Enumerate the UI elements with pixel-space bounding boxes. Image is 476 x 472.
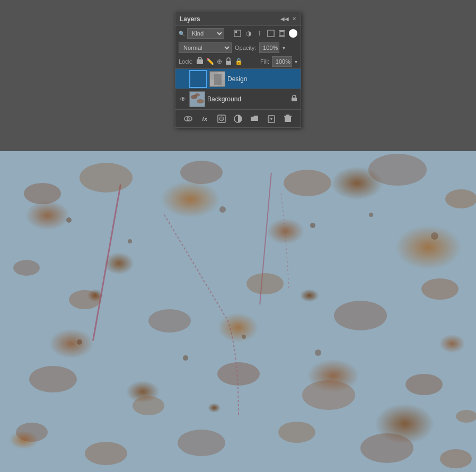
layers-list: Design 👁 Background xyxy=(175,69,301,109)
lock-transparency-icon[interactable] xyxy=(196,57,204,66)
adjustment-filter-icon[interactable]: ◑ xyxy=(244,29,253,38)
filter-toggle[interactable] xyxy=(289,29,297,38)
svg-rect-36 xyxy=(235,31,237,33)
opacity-label: Opacity: xyxy=(235,45,256,51)
add-mask-button[interactable] xyxy=(216,113,227,124)
filter-kind-dropdown[interactable]: Kind xyxy=(187,28,224,39)
svg-rect-34 xyxy=(0,151,476,472)
shape-filter-icon[interactable] xyxy=(267,29,275,38)
lock-position-icon[interactable] xyxy=(225,57,232,66)
svg-rect-50 xyxy=(292,98,297,101)
blend-mode-dropdown[interactable]: Normal xyxy=(179,42,232,53)
svg-rect-56 xyxy=(284,116,292,117)
svg-rect-57 xyxy=(286,115,289,116)
layers-panel: Layers ◀◀ ✕ 🔍 Kind ◑ T Norma xyxy=(175,12,301,128)
link-layers-button[interactable] xyxy=(183,113,193,124)
close-icon[interactable]: ✕ xyxy=(292,16,296,22)
svg-rect-37 xyxy=(268,30,274,37)
opacity-input[interactable]: 100% xyxy=(259,42,279,53)
canvas-area xyxy=(0,151,476,472)
lock-image-icon[interactable]: ✏️ xyxy=(206,58,214,65)
panel-title: Layers xyxy=(180,15,200,23)
svg-point-49 xyxy=(195,93,200,97)
layer-row-design[interactable]: Design xyxy=(175,69,301,89)
panel-header: Layers ◀◀ ✕ xyxy=(175,12,301,26)
background-layer-name: Background xyxy=(207,95,289,103)
pixel-filter-icon[interactable] xyxy=(233,29,242,38)
background-eye-icon[interactable]: 👁 xyxy=(179,95,187,103)
svg-point-48 xyxy=(197,99,204,103)
design-layer-thumb xyxy=(209,71,225,87)
filter-row: 🔍 Kind ◑ T xyxy=(175,26,301,41)
svg-point-52 xyxy=(219,117,224,121)
fill-input[interactable]: 100% xyxy=(272,56,292,67)
lock-label: Lock: xyxy=(179,58,192,65)
design-eye-placeholder xyxy=(179,75,187,83)
svg-rect-39 xyxy=(280,32,284,36)
blend-opacity-row: Normal Opacity: 100% ▾ xyxy=(175,41,301,55)
text-filter-icon[interactable]: T xyxy=(255,29,264,38)
fx-button[interactable]: fx xyxy=(199,113,210,124)
new-group-button[interactable] xyxy=(249,113,260,124)
design-selection-box xyxy=(189,70,207,88)
layer-row-background[interactable]: 👁 Background xyxy=(175,89,301,109)
lock-row: Lock: ✏️ ⊕ 🔒 Fill: 100% ▾ xyxy=(175,55,301,69)
background-lock-icon xyxy=(291,94,297,103)
new-layer-button[interactable] xyxy=(266,113,277,124)
panel-header-icons: ◀◀ ✕ xyxy=(280,16,296,22)
svg-rect-55 xyxy=(285,117,291,122)
smartobject-filter-icon[interactable] xyxy=(278,29,286,38)
panel-toolbar: fx xyxy=(175,109,301,127)
filter-icons: ◑ T xyxy=(233,29,297,38)
search-icon: 🔍 xyxy=(179,31,185,37)
svg-rect-41 xyxy=(226,61,231,65)
delete-layer-button[interactable] xyxy=(283,113,293,124)
svg-rect-45 xyxy=(214,74,222,85)
lock-all-icon[interactable]: 🔒 xyxy=(235,58,243,65)
background-layer-thumb xyxy=(189,91,205,107)
collapse-icon[interactable]: ◀◀ xyxy=(280,16,289,22)
rust-svg xyxy=(0,151,476,472)
fill-label: Fill: xyxy=(260,58,269,65)
svg-rect-40 xyxy=(197,59,203,64)
adjustment-layer-button[interactable] xyxy=(233,113,243,124)
fill-arrow[interactable]: ▾ xyxy=(295,59,297,65)
design-layer-name: Design xyxy=(227,75,297,83)
lock-artboard-icon[interactable]: ⊕ xyxy=(217,58,222,65)
opacity-arrow[interactable]: ▾ xyxy=(283,45,285,51)
